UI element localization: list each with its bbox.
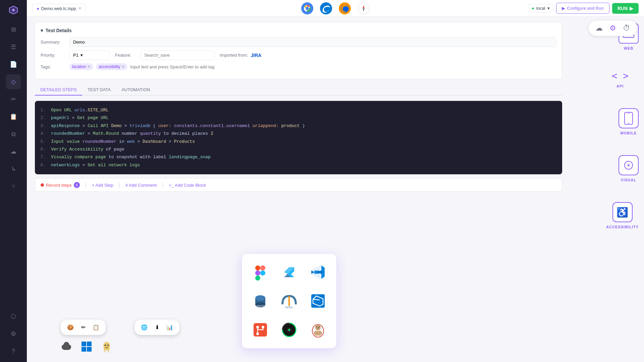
mobile-label: MOBILE [621,131,637,135]
safari-icon[interactable] [356,1,371,16]
jenkins-integration[interactable] [306,318,330,342]
accessibility-label: ACCESSIBILITY [606,225,639,229]
summary-label: Summary: [41,40,64,45]
svg-rect-60 [87,347,92,352]
sidebar-item-pencil[interactable]: ✏ [6,92,21,107]
summary-row: Summary: [41,37,556,47]
tab-test-data[interactable]: TEST DATA [82,84,116,96]
svg-point-55 [319,326,320,327]
panel-item-mobile[interactable]: MOBILE [619,108,639,135]
add-step-button[interactable]: + Add Step [92,183,113,188]
git-integration[interactable] [249,318,272,342]
configure-run-button[interactable]: ▶ Configure and Run [556,3,609,14]
run-button[interactable]: RUN ▶ [612,3,639,14]
svg-point-23 [628,165,629,166]
run-arrow-icon: ▶ [630,6,633,11]
main-content: ● Demo.web.tc.tspp ✕ [27,0,644,362]
floating-toolbar-left: 🍪 ✏ 📋 [60,319,106,335]
code-line-3: 3. apiResponse = Call API Demo > triviad… [40,122,557,130]
env-badge[interactable]: ● local ▾ [528,4,553,12]
env-chevron-icon: ▾ [547,6,550,11]
api-icon: < > [611,70,629,81]
postgresql-integration[interactable]: PostgreSQL [249,289,272,313]
priority-select[interactable]: P1 ▾ [69,50,110,60]
cloud-icon[interactable]: ☁ [595,24,603,33]
azuredevops-integration[interactable] [306,289,330,313]
panel-item-accessibility[interactable]: ♿ ACCESSIBILITY [606,202,639,229]
code-line-6: 6. Verify Accessibility of page [40,145,557,153]
tag-accessibility-remove[interactable]: ✕ [121,64,125,69]
automation-icon[interactable]: ⚙ [609,24,616,33]
add-comment-button[interactable]: # Add Comment [125,183,157,188]
sidebar-item-layer[interactable]: ⧉ [6,127,21,141]
timer-icon[interactable]: ⏱ [623,24,630,33]
os-icons-group [60,341,113,355]
flutter-integration[interactable] [277,260,301,284]
sidebar-item-cube[interactable]: ⬡ [6,309,21,324]
right-panel: WEB < > API MOBILE [570,17,644,362]
summary-input[interactable] [69,37,556,47]
top-right-icons-panel: ☁ ⚙ ⏱ [588,20,637,36]
mysql-integration[interactable]: MySQL [277,289,301,313]
add-code-button[interactable]: >_ Add Code Block [169,183,206,188]
visual-icon [619,155,639,175]
cookie-tool-button[interactable]: 🍪 [65,322,75,332]
sidebar-item-gear[interactable]: ⚙ [6,326,21,341]
code-line-1: 1. Open URL urls.SITE_URL [40,106,557,114]
svg-rect-28 [255,276,260,281]
record-steps-button[interactable]: Record steps 8 [41,182,80,188]
code-line-4: 4. roundedNumber = Math.Round number qua… [40,130,557,137]
tab-detailed-steps[interactable]: DETAILED STEPS [35,84,82,96]
panel-item-visual[interactable]: VISUAL [619,155,639,182]
tab-demo[interactable]: ● Demo.web.tc.tspp ✕ [32,4,86,13]
configure-label: Configure and Run [567,6,604,11]
sidebar-item-list[interactable]: ☰ [6,40,21,54]
sidebar-item-file[interactable]: 📄 [6,57,21,72]
svg-rect-59 [82,347,86,352]
sidebar-item-arrow[interactable]: ↳ [6,162,21,176]
sidebar-logo[interactable] [7,3,20,17]
pencil-tool-button[interactable]: ✏ [78,322,88,332]
vscode-integration[interactable] [306,260,330,284]
sidebar-item-cloud[interactable]: ☁ [6,144,21,159]
svg-rect-19 [627,113,630,114]
nav-tabs: DETAILED STEPS TEST DATA AUTOMATION [35,84,562,96]
sidebar-item-question[interactable]: ? [6,344,21,359]
priority-chevron-icon: ▾ [80,53,83,58]
feature-input[interactable] [141,50,214,60]
record-dot-icon [41,183,44,187]
chrome-icon[interactable] [300,1,315,16]
sidebar-item-code[interactable]: ◇ [6,74,21,89]
svg-rect-24 [255,265,260,270]
topbar: ● Demo.web.tc.tspp ✕ [27,0,644,17]
globe-tool-button[interactable]: 🌐 [139,322,149,332]
tag-location-remove[interactable]: ✕ [87,64,91,69]
priority-label: Priority: [41,53,64,58]
tags-label: Tags: [41,64,64,69]
copy-tool-button[interactable]: 📋 [91,322,101,332]
windows-icon[interactable] [80,341,93,355]
svg-point-4 [306,7,309,10]
tab-automation[interactable]: AUTOMATION [116,84,155,96]
tab-close-icon[interactable]: ✕ [78,6,82,11]
test-details-header[interactable]: ▾ Test Details [41,28,556,33]
circleci-integration[interactable] [277,318,301,342]
tag-input[interactable] [130,64,231,69]
svg-point-37 [255,295,265,301]
topbar-right: ● local ▾ ▶ Configure and Run RUN ▶ [528,3,639,14]
sidebar-item-clipboard[interactable]: 📋 [6,109,21,124]
svg-rect-26 [255,270,260,276]
macos-icon[interactable] [60,341,72,355]
svg-point-0 [12,9,15,11]
edge-icon[interactable] [319,1,333,16]
sidebar-item-branch[interactable]: ⑂ [6,179,21,194]
firefox-icon[interactable] [337,1,352,16]
browser-icons-group [300,1,371,16]
panel-item-api[interactable]: < > API [611,70,629,88]
linux-icon[interactable] [101,341,113,355]
download-tool-button[interactable]: ⬇ [152,322,162,332]
table-tool-button[interactable]: 📊 [165,322,175,332]
figma-integration[interactable] [249,260,272,284]
svg-point-50 [288,329,290,331]
sidebar-item-settings[interactable]: ⊞ [6,22,21,37]
